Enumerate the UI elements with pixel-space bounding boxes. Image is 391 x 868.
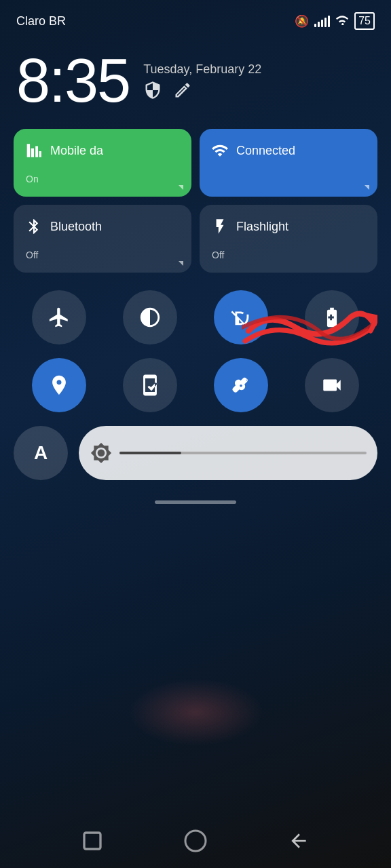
brightness-slider[interactable] bbox=[79, 426, 377, 480]
date-display: Tuesday, February 22 bbox=[143, 62, 261, 77]
tiles-container: Mobile da On Connected bbox=[0, 118, 391, 283]
tile-header: Bluetooth bbox=[24, 217, 181, 236]
clock-action-icons bbox=[143, 81, 261, 100]
font-size-button[interactable]: A bbox=[14, 426, 68, 480]
mobile-data-sublabel: On bbox=[24, 174, 181, 184]
clock-area: 8:35 Tuesday, February 22 bbox=[0, 37, 391, 118]
bluetooth-expand-arrow bbox=[179, 261, 183, 266]
signal-icon bbox=[314, 15, 330, 27]
location-icon bbox=[48, 374, 71, 397]
mobile-data-label: Mobile da bbox=[50, 144, 103, 158]
location-button[interactable] bbox=[32, 358, 86, 412]
battery-level: 75 bbox=[358, 15, 371, 27]
brightness-icon bbox=[90, 441, 113, 465]
camera-icon bbox=[320, 374, 343, 397]
home-indicator bbox=[0, 487, 391, 511]
bluetooth-sublabel: Off bbox=[24, 250, 181, 260]
nav-bar bbox=[0, 814, 391, 868]
airplane-icon bbox=[48, 306, 71, 329]
theme-icon bbox=[138, 306, 162, 329]
camera-button[interactable] bbox=[305, 358, 359, 412]
tiles-row-2: Bluetooth Off Flashlight Off bbox=[14, 205, 377, 273]
flashlight-label: Flashlight bbox=[236, 220, 288, 234]
dnd-icon[interactable] bbox=[143, 81, 162, 100]
tile-header: Mobile da bbox=[24, 141, 181, 160]
round-buttons-row-1 bbox=[0, 283, 391, 351]
mute-button[interactable] bbox=[214, 290, 268, 344]
bottom-glow bbox=[128, 678, 263, 746]
mobile-data-icon bbox=[24, 141, 43, 160]
bluetooth-label: Bluetooth bbox=[50, 220, 102, 234]
bluetooth-tile[interactable]: Bluetooth Off bbox=[14, 205, 191, 273]
screen-lock-button[interactable] bbox=[214, 358, 268, 412]
flashlight-icon bbox=[210, 217, 229, 236]
airplane-button[interactable] bbox=[32, 290, 86, 344]
tile-header: Connected bbox=[210, 141, 367, 160]
battery-saver-icon bbox=[320, 306, 343, 329]
flashlight-sublabel: Off bbox=[210, 250, 367, 260]
clock-display: 8:35 bbox=[16, 50, 130, 111]
svg-point-1 bbox=[185, 831, 206, 851]
home-bar bbox=[155, 500, 236, 504]
mute-icon bbox=[229, 306, 253, 329]
svg-rect-0 bbox=[84, 833, 100, 849]
theme-button[interactable] bbox=[123, 290, 177, 344]
home-button[interactable] bbox=[179, 824, 212, 858]
wifi-tile[interactable]: Connected bbox=[200, 129, 377, 197]
back-button[interactable] bbox=[282, 824, 316, 858]
screen-lock-icon bbox=[229, 374, 253, 397]
wifi-tile-icon bbox=[210, 141, 229, 160]
tile-header: Flashlight bbox=[210, 217, 367, 236]
recent-icon bbox=[81, 830, 103, 852]
wifi-tile-label: Connected bbox=[236, 144, 295, 158]
round-buttons-row-2 bbox=[0, 351, 391, 419]
back-icon bbox=[288, 830, 310, 852]
mobile-data-expand-arrow bbox=[179, 185, 183, 190]
bottom-controls: A bbox=[0, 419, 391, 487]
mobile-data-tile[interactable]: Mobile da On bbox=[14, 129, 191, 197]
home-icon bbox=[183, 829, 208, 853]
battery-saver-button[interactable] bbox=[305, 290, 359, 344]
status-icons: 🔕 75 bbox=[295, 12, 375, 30]
flashlight-tile[interactable]: Flashlight Off bbox=[200, 205, 377, 273]
tiles-row-1: Mobile da On Connected bbox=[14, 129, 377, 197]
screenshot-button[interactable] bbox=[123, 358, 177, 412]
notification-icon: 🔕 bbox=[295, 14, 309, 28]
date-icons-area: Tuesday, February 22 bbox=[143, 62, 261, 100]
bluetooth-icon bbox=[24, 217, 43, 236]
battery-icon: 75 bbox=[354, 12, 375, 30]
wifi-expand-arrow bbox=[365, 185, 369, 190]
screenshot-icon bbox=[138, 374, 162, 397]
brightness-track[interactable] bbox=[119, 452, 367, 454]
wifi-icon bbox=[335, 14, 349, 28]
recent-apps-button[interactable] bbox=[75, 824, 109, 858]
edit-icon[interactable] bbox=[173, 81, 192, 100]
carrier-label: Claro BR bbox=[16, 14, 66, 28]
status-bar: Claro BR 🔕 75 bbox=[0, 0, 391, 37]
wifi-tile-sublabel bbox=[210, 174, 367, 184]
